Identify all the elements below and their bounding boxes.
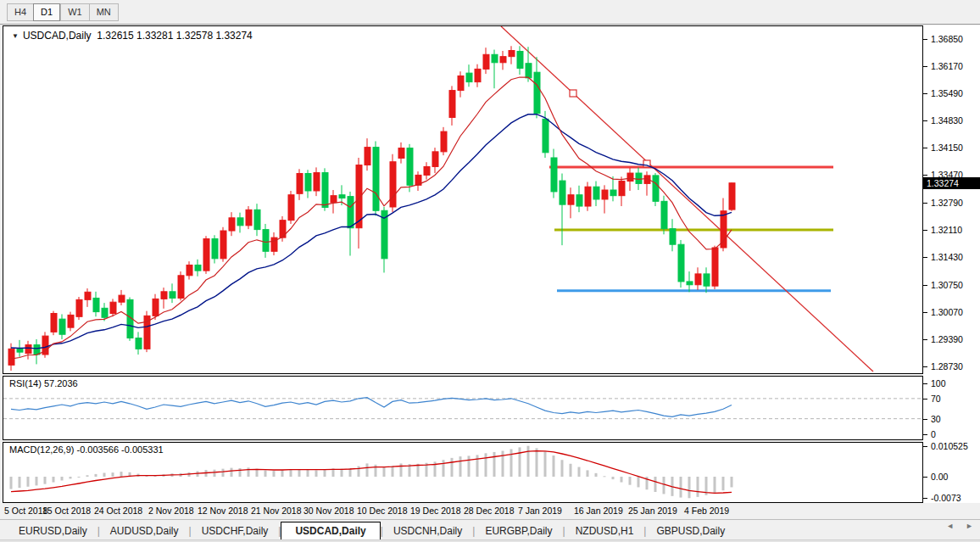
price-tick-label-tick [923,66,927,67]
price-tick-label: 1.30750 [931,280,963,290]
macd-tick-label-tick [923,498,927,499]
scroll-right-icon[interactable]: ► [966,522,973,530]
date-label: 16 Jan 2019 [574,506,623,516]
price-tick-label-tick [923,366,927,367]
macd-tick-label: -0.0073 [931,493,961,503]
rsi-label: RSI(14) 57.2036 [9,378,78,388]
date-label: 19 Dec 2018 [410,506,461,516]
date-label: 5 Oct 2018 [4,506,47,516]
macd-tick-label: 0.00 [931,472,948,482]
timeframe-tab-h4[interactable]: H4 [7,3,33,21]
date-label: 7 Jan 2019 [518,506,562,516]
price-tick-label-tick [923,148,927,148]
rsi-tick-label: 30 [931,414,941,424]
price-tick-label: 1.34830 [931,115,963,126]
fast-ma-line[interactable] [11,77,732,359]
chart-ohlc-values: 1.32615 1.33281 1.32578 1.33274 [97,30,253,42]
rsi-tick-label-tick [923,434,927,435]
rsi-tick-label: 70 [931,394,941,404]
macd-tick-label: 0.010525 [931,441,968,451]
date-label: 12 Nov 2018 [198,506,248,516]
chart-symbol-label: USDCAD,Daily [23,30,92,42]
rsi-tick-label-tick [923,419,927,420]
timeframe-toolbar: H4D1W1MN [0,0,980,25]
symbol-tab-usdcad[interactable]: USDCAD,Daily [281,522,380,540]
scroll-left-icon[interactable]: ◄ [946,522,954,530]
macd-label: MACD(12,26,9) -0.003566 -0.005331 [9,444,164,455]
price-tick-label: 1.32110 [931,225,962,235]
price-tick-label: 1.32790 [931,198,963,208]
trendline-handle[interactable] [570,90,576,97]
date-label: 2 Nov 2018 [148,506,194,516]
date-label: 4 Feb 2019 [684,506,729,516]
rsi-line[interactable] [11,398,732,417]
rsi-tick-label-tick [923,399,927,400]
tab-scroll-arrows: ◄ ► [946,522,973,530]
descending-trendline[interactable] [501,26,873,372]
main-chart-canvas[interactable] [3,26,922,373]
symbol-tab-nzdusd[interactable]: NZDUSD,H1 [565,522,644,539]
timeframe-tab-mn[interactable]: MN [89,3,119,21]
date-label: 25 Jan 2019 [628,506,677,516]
symbol-tab-eurgbp[interactable]: EURGBP,Daily [475,522,562,539]
price-tick-label-tick [923,203,927,204]
price-tick-label: 1.29390 [931,334,963,344]
time-axis[interactable]: 5 Oct 201815 Oct 201824 Oct 20182 Nov 20… [3,504,923,519]
slow-ma-line[interactable] [11,115,732,349]
price-tick-label-tick [923,285,927,286]
chart-title: ▼USDCAD,Daily 1.32615 1.33281 1.32578 1.… [12,30,253,42]
current-price-badge: 1.33274 [923,177,980,189]
date-label: 30 Nov 2018 [303,506,354,516]
price-tick-label: 1.35490 [931,88,963,98]
price-tick-label-tick [923,339,927,340]
macd-indicator-panel[interactable]: MACD(12,26,9) -0.003566 -0.005331 [3,442,923,503]
rsi-tick-label: 100 [931,378,946,388]
rsi-indicator-panel[interactable]: RSI(14) 57.2036 [3,376,923,440]
price-tick-label-tick [923,257,927,258]
price-tick-label: 1.34150 [931,142,963,153]
price-tick-label-tick [923,93,927,94]
macd-tick-label-tick [923,446,927,447]
symbol-tab-gbpusd[interactable]: GBPUSD,Daily [646,522,735,539]
price-tick-label: 1.36850 [931,34,963,44]
price-tick-label: 1.28730 [931,361,963,372]
symbol-tab-usdchf[interactable]: USDCHF,Daily [192,522,279,539]
price-tick-label-tick [923,312,927,313]
trading-terminal-window: H4D1W1MN ▼USDCAD,Daily 1.32615 1.33281 1… [0,0,980,542]
symbol-tab-bar: EURUSD,Daily|AUDUSD,Daily|USDCHF,Daily|U… [0,519,980,542]
rsi-tick-label: 0 [931,429,936,439]
main-chart-panel[interactable]: ▼USDCAD,Daily 1.32615 1.33281 1.32578 1.… [3,25,923,374]
timeframe-tab-w1[interactable]: W1 [60,3,89,21]
price-axis[interactable]: 1.368501.361701.354901.348301.341501.334… [923,25,980,503]
triangle-down-icon: ▼ [12,32,19,40]
rsi-tick-label-tick [923,383,927,384]
price-tick-label: 1.36170 [931,61,963,71]
date-label: 21 Nov 2018 [251,506,302,516]
rsi-canvas[interactable] [3,377,922,439]
symbol-tab-audusd[interactable]: AUDUSD,Daily [100,522,189,539]
timeframe-tab-d1[interactable]: D1 [33,3,60,21]
price-tick-label-tick [923,230,927,231]
macd-signal-line[interactable] [11,451,732,494]
symbol-tab-eurusd[interactable]: EURUSD,Daily [8,522,97,539]
price-tick-label: 1.30070 [931,307,963,317]
price-tick-label-tick [923,120,927,121]
macd-tick-label-tick [923,477,927,478]
price-tick-label-tick [923,39,927,40]
date-label: 15 Oct 2018 [42,506,91,516]
candles-layer [8,46,735,371]
symbol-tab-usdcnh[interactable]: USDCNH,Daily [383,522,472,539]
date-label: 28 Dec 2018 [464,506,515,516]
price-tick-label-tick [923,175,927,176]
price-tick-label: 1.31430 [931,252,963,262]
date-label: 10 Dec 2018 [357,506,408,516]
date-label: 24 Oct 2018 [94,506,142,516]
